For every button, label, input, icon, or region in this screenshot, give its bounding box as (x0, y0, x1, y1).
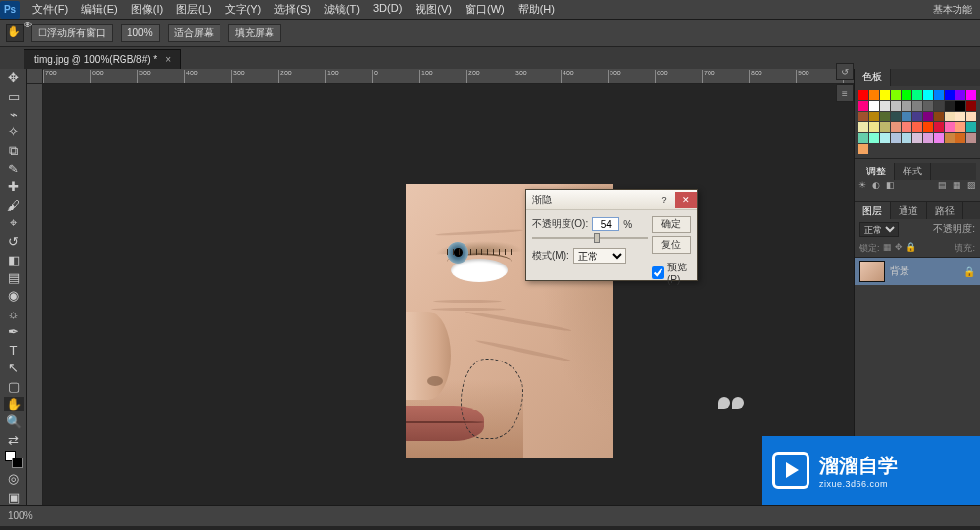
mode-select[interactable]: 正常 (573, 248, 626, 264)
shape-tool-icon[interactable]: ▢ (4, 378, 24, 393)
swatch[interactable] (956, 122, 965, 132)
swatch[interactable] (891, 112, 901, 121)
layer-thumbnail[interactable] (859, 261, 885, 282)
history-brush-tool-icon[interactable]: ↺ (4, 234, 24, 249)
tab-swatches[interactable]: 色板 (855, 69, 891, 86)
menu-item[interactable]: 图像(I) (124, 0, 170, 19)
reset-button[interactable]: 复位 (652, 236, 691, 254)
swatch[interactable] (880, 90, 890, 100)
swatches-grid[interactable] (855, 86, 980, 158)
dialog-help-icon[interactable]: ? (654, 192, 675, 208)
zoom-100-button[interactable]: 100% (121, 24, 160, 42)
menu-item[interactable]: 视图(V) (409, 0, 459, 19)
menu-item[interactable]: 文字(Y) (219, 0, 269, 19)
swap-colors-icon[interactable]: ⇄ (4, 433, 24, 448)
swatch[interactable] (956, 90, 965, 100)
zoom-tool-icon[interactable]: 🔍 (4, 414, 24, 429)
dodge-tool-icon[interactable]: ☼ (4, 307, 24, 321)
swatch[interactable] (880, 133, 890, 143)
opacity-slider[interactable] (532, 235, 648, 241)
swatch[interactable] (934, 101, 944, 111)
tab-styles[interactable]: 样式 (895, 163, 931, 180)
swatch[interactable] (923, 101, 933, 111)
swatch[interactable] (934, 122, 944, 132)
visibility-icon[interactable]: 👁 (22, 18, 35, 31)
dialog-titlebar[interactable]: 渐隐 ? ✕ (526, 190, 697, 210)
fit-screen-button[interactable]: 适合屏幕 (168, 24, 220, 42)
swatch[interactable] (880, 122, 890, 132)
marquee-tool-icon[interactable]: ▭ (4, 88, 24, 103)
swatch[interactable] (934, 133, 944, 143)
swatch[interactable] (902, 101, 911, 111)
swatch[interactable] (912, 101, 922, 111)
blend-mode-select[interactable]: 正常 (859, 222, 899, 237)
swatch[interactable] (945, 101, 955, 111)
tab-paths[interactable]: 路径 (927, 202, 963, 219)
swatch[interactable] (880, 112, 890, 121)
swatch[interactable] (902, 112, 911, 121)
swatch[interactable] (912, 90, 922, 100)
swatch[interactable] (945, 122, 955, 132)
swatch[interactable] (934, 90, 944, 100)
swatch[interactable] (923, 122, 933, 132)
screenmode-icon[interactable]: ▣ (4, 489, 24, 504)
lasso-tool-icon[interactable]: ⌁ (4, 107, 24, 121)
layer-name[interactable]: 背景 (890, 265, 909, 278)
adjust-icon[interactable]: ◧ (886, 180, 895, 190)
swatch[interactable] (858, 101, 868, 111)
lock-all-icon[interactable]: 🔒 (906, 242, 916, 255)
close-icon[interactable]: × (165, 54, 171, 65)
blur-tool-icon[interactable]: ◉ (4, 288, 24, 303)
swatch[interactable] (891, 90, 901, 100)
swatch[interactable] (858, 122, 868, 132)
move-tool-icon[interactable]: ✥ (4, 71, 24, 85)
swatch[interactable] (902, 133, 911, 143)
swatch[interactable] (858, 133, 868, 143)
lock-position-icon[interactable]: ✥ (895, 242, 903, 255)
menu-item[interactable]: 窗口(W) (459, 0, 512, 19)
swatch[interactable] (966, 122, 976, 132)
swatch[interactable] (869, 112, 879, 121)
swatch[interactable] (858, 90, 868, 100)
hand-tool-icon[interactable]: ✋ (6, 24, 24, 42)
swatch[interactable] (934, 112, 944, 121)
patch-tool-icon[interactable]: ✚ (4, 179, 24, 194)
swatch[interactable] (912, 112, 922, 121)
menu-item[interactable]: 编辑(E) (74, 0, 124, 19)
preview-checkbox[interactable]: 预览(P) (652, 261, 691, 285)
opacity-input[interactable] (592, 217, 619, 231)
swatch[interactable] (902, 122, 911, 132)
swatch[interactable] (956, 133, 965, 143)
tab-layers[interactable]: 图层 (855, 202, 891, 219)
swatch[interactable] (912, 122, 922, 132)
menu-item[interactable]: 滤镜(T) (318, 0, 367, 19)
properties-icon[interactable]: ≡ (836, 84, 854, 102)
swatch[interactable] (966, 112, 976, 121)
lock-pixels-icon[interactable]: ▦ (883, 242, 892, 255)
swatch[interactable] (945, 90, 955, 100)
layer-row[interactable]: 👁 背景 🔒 (855, 257, 980, 285)
tab-channels[interactable]: 通道 (891, 202, 927, 219)
swatch[interactable] (902, 90, 911, 100)
swatch[interactable] (869, 101, 879, 111)
swatch[interactable] (880, 101, 890, 111)
swatch[interactable] (891, 133, 901, 143)
quickmask-icon[interactable]: ◎ (4, 471, 24, 486)
tab-adjustments[interactable]: 调整 (858, 163, 895, 180)
fill-screen-button[interactable]: 填充屏幕 (228, 24, 281, 42)
swatch[interactable] (912, 133, 922, 143)
swatch[interactable] (869, 133, 879, 143)
eyedropper-tool-icon[interactable]: ✎ (4, 162, 24, 176)
swatch[interactable] (923, 112, 933, 121)
eraser-tool-icon[interactable]: ◧ (4, 252, 24, 266)
swatch[interactable] (923, 133, 933, 143)
swatch[interactable] (956, 101, 965, 111)
document-tab[interactable]: timg.jpg @ 100%(RGB/8#) * × (24, 49, 181, 69)
history-icon[interactable]: ↺ (836, 63, 854, 80)
swatch[interactable] (956, 112, 965, 121)
menu-item[interactable]: 选择(S) (268, 0, 318, 19)
menu-item[interactable]: 帮助(H) (512, 0, 562, 19)
swatch[interactable] (966, 101, 976, 111)
stamp-tool-icon[interactable]: ⌖ (4, 216, 24, 231)
wand-tool-icon[interactable]: ✧ (4, 124, 24, 139)
